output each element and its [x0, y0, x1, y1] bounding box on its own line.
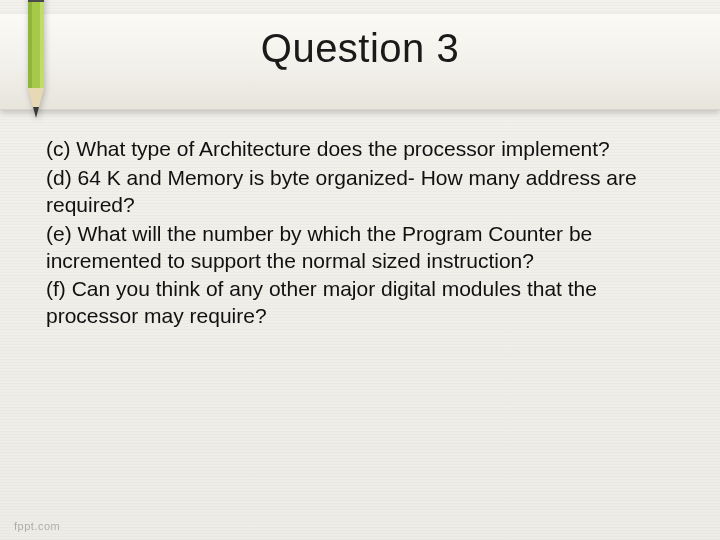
svg-rect-0: [28, 0, 44, 2]
item-e: (e) What will the number by which the Pr…: [46, 221, 674, 275]
svg-marker-5: [33, 107, 39, 118]
question-body: (c) What type of Architecture does the p…: [46, 136, 674, 332]
slide-title: Question 3: [0, 26, 720, 71]
item-f: (f) Can you think of any other major dig…: [46, 276, 674, 330]
item-d: (d) 64 K and Memory is byte organized- H…: [46, 165, 674, 219]
item-c: (c) What type of Architecture does the p…: [46, 136, 674, 163]
watermark: fppt.com: [14, 520, 60, 532]
